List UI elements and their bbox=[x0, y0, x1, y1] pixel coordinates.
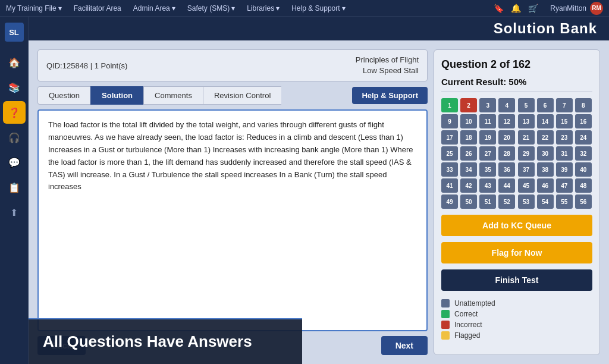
grid-cell-48[interactable]: 48 bbox=[575, 178, 592, 193]
grid-cell-25[interactable]: 25 bbox=[441, 146, 458, 161]
sidebar-logo: SL bbox=[5, 23, 24, 42]
grid-cell-11[interactable]: 11 bbox=[479, 114, 496, 128]
grid-cell-18[interactable]: 18 bbox=[460, 130, 477, 145]
grid-cell-45[interactable]: 45 bbox=[518, 178, 535, 193]
grid-cell-7[interactable]: 7 bbox=[556, 98, 573, 112]
legend-label-incorrect: Incorrect bbox=[454, 321, 482, 329]
chevron-down-icon: ▾ bbox=[276, 4, 280, 12]
nav-my-training-file[interactable]: My Training File ▾ bbox=[6, 4, 62, 12]
legend-item-correct: Correct bbox=[441, 310, 592, 318]
grid-cell-5[interactable]: 5 bbox=[518, 98, 535, 112]
page-title: Solution Bank bbox=[494, 20, 597, 37]
tab-comments[interactable]: Comments bbox=[143, 86, 203, 105]
banner-text: All Questions Have Answers bbox=[43, 332, 252, 350]
legend-item-unattempted: Unattempted bbox=[441, 299, 592, 307]
finish-test-button[interactable]: Finish Test bbox=[441, 269, 592, 291]
grid-cell-23[interactable]: 23 bbox=[556, 130, 573, 145]
nav-help-support[interactable]: Help & Support ▾ bbox=[291, 4, 345, 12]
question-counter: Question 2 of 162 bbox=[441, 58, 592, 71]
grid-cell-53[interactable]: 53 bbox=[518, 194, 535, 209]
add-to-kc-queue-button[interactable]: Add to KC Queue bbox=[441, 215, 592, 236]
help-support-button[interactable]: Help & Support bbox=[352, 87, 428, 104]
grid-cell-43[interactable]: 43 bbox=[479, 178, 496, 193]
cart-icon[interactable]: 🛒 bbox=[528, 4, 538, 13]
question-category: Principles of Flight bbox=[356, 55, 419, 65]
sidebar-item-upload[interactable]: ⬆ bbox=[3, 201, 26, 224]
grid-cell-6[interactable]: 6 bbox=[537, 98, 554, 112]
grid-cell-35[interactable]: 35 bbox=[479, 162, 496, 177]
next-button[interactable]: Next bbox=[381, 336, 428, 355]
top-nav: My Training File ▾ Facilitator Area Admi… bbox=[0, 0, 609, 17]
grid-cell-1[interactable]: 1 bbox=[441, 98, 458, 112]
question-meta-left: QID:125848 | 1 Point(s) bbox=[46, 61, 127, 70]
grid-cell-15[interactable]: 15 bbox=[556, 114, 573, 128]
grid-cell-19[interactable]: 19 bbox=[479, 130, 496, 145]
grid-cell-9[interactable]: 9 bbox=[441, 114, 458, 128]
grid-cell-41[interactable]: 41 bbox=[441, 178, 458, 193]
grid-cell-50[interactable]: 50 bbox=[460, 194, 477, 209]
grid-cell-30[interactable]: 30 bbox=[537, 146, 554, 161]
grid-cell-29[interactable]: 29 bbox=[518, 146, 535, 161]
grid-cell-46[interactable]: 46 bbox=[537, 178, 554, 193]
grid-cell-38[interactable]: 38 bbox=[537, 162, 554, 177]
sidebar-item-library[interactable]: 📚 bbox=[3, 76, 26, 99]
legend-dot-unattempted bbox=[441, 299, 450, 307]
grid-cell-26[interactable]: 26 bbox=[460, 146, 477, 161]
sidebar-item-home[interactable]: 🏠 bbox=[3, 51, 26, 74]
tab-solution[interactable]: Solution bbox=[90, 86, 143, 105]
grid-cell-49[interactable]: 49 bbox=[441, 194, 458, 209]
grid-cell-56[interactable]: 56 bbox=[575, 194, 592, 209]
grid-cell-4[interactable]: 4 bbox=[498, 98, 515, 112]
grid-cell-44[interactable]: 44 bbox=[498, 178, 515, 193]
grid-cell-22[interactable]: 22 bbox=[537, 130, 554, 145]
bell-icon[interactable]: 🔔 bbox=[511, 4, 521, 13]
grid-cell-8[interactable]: 8 bbox=[575, 98, 592, 112]
sidebar-item-chat[interactable]: 💬 bbox=[3, 151, 26, 174]
grid-cell-24[interactable]: 24 bbox=[575, 130, 592, 145]
grid-cell-52[interactable]: 52 bbox=[498, 194, 515, 209]
grid-cell-3[interactable]: 3 bbox=[479, 98, 496, 112]
grid-cell-40[interactable]: 40 bbox=[575, 162, 592, 177]
nav-facilitator-area[interactable]: Facilitator Area bbox=[74, 4, 121, 12]
grid-cell-42[interactable]: 42 bbox=[460, 178, 477, 193]
flag-for-now-button[interactable]: Flag for Now bbox=[441, 242, 592, 263]
grid-cell-2[interactable]: 2 bbox=[460, 98, 477, 112]
grid-cell-31[interactable]: 31 bbox=[556, 146, 573, 161]
nav-libraries[interactable]: Libraries ▾ bbox=[247, 4, 280, 12]
tab-question[interactable]: Question bbox=[37, 86, 90, 105]
grid-cell-34[interactable]: 34 bbox=[460, 162, 477, 177]
sidebar-item-clipboard[interactable]: 📋 bbox=[3, 176, 26, 199]
tabs-row: Question Solution Comments Revision Cont… bbox=[37, 86, 428, 105]
grid-cell-28[interactable]: 28 bbox=[498, 146, 515, 161]
nav-safety-sms[interactable]: Safety (SMS) ▾ bbox=[187, 4, 235, 12]
bookmark-icon[interactable]: 🔖 bbox=[494, 4, 504, 13]
grid-cell-36[interactable]: 36 bbox=[498, 162, 515, 177]
grid-cell-14[interactable]: 14 bbox=[537, 114, 554, 128]
grid-cell-55[interactable]: 55 bbox=[556, 194, 573, 209]
tab-revision-control[interactable]: Revision Control bbox=[203, 86, 281, 105]
sidebar-item-headphones[interactable]: 🎧 bbox=[3, 126, 26, 149]
grid-cell-47[interactable]: 47 bbox=[556, 178, 573, 193]
grid-cell-33[interactable]: 33 bbox=[441, 162, 458, 177]
grid-cell-54[interactable]: 54 bbox=[537, 194, 554, 209]
grid-cell-13[interactable]: 13 bbox=[518, 114, 535, 128]
grid-cell-20[interactable]: 20 bbox=[498, 130, 515, 145]
solution-text: The load factor is the total lift divide… bbox=[37, 109, 428, 331]
grid-cell-16[interactable]: 16 bbox=[575, 114, 592, 128]
grid-cell-21[interactable]: 21 bbox=[518, 130, 535, 145]
grid-cell-12[interactable]: 12 bbox=[498, 114, 515, 128]
question-qid: QID:125848 bbox=[46, 61, 88, 70]
grid-cell-10[interactable]: 10 bbox=[460, 114, 477, 128]
grid-cell-17[interactable]: 17 bbox=[441, 130, 458, 145]
bottom-banner: All Questions Have Answers bbox=[29, 318, 302, 364]
user-badge[interactable]: RyanMitton RM bbox=[550, 2, 603, 15]
grid-cell-27[interactable]: 27 bbox=[479, 146, 496, 161]
question-meta: QID:125848 | 1 Point(s) Principles of Fl… bbox=[37, 49, 428, 81]
grid-cell-32[interactable]: 32 bbox=[575, 146, 592, 161]
grid-cell-51[interactable]: 51 bbox=[479, 194, 496, 209]
grid-cell-39[interactable]: 39 bbox=[556, 162, 573, 177]
sidebar-item-question[interactable]: ❓ bbox=[3, 101, 26, 124]
legend-label-correct: Correct bbox=[454, 310, 478, 318]
nav-admin-area[interactable]: Admin Area ▾ bbox=[133, 4, 175, 12]
grid-cell-37[interactable]: 37 bbox=[518, 162, 535, 177]
